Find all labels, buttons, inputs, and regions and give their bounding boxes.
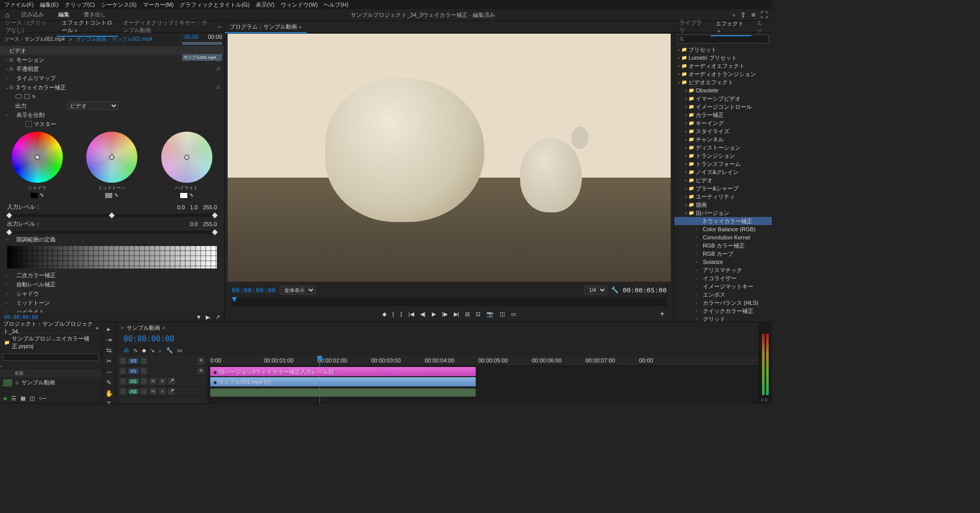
caption-icon[interactable]: ▭ (177, 347, 182, 354)
output-black[interactable]: 0.0 (190, 221, 198, 227)
fx-folder-item[interactable]: >📁カラー補正 (674, 111, 772, 119)
tab-library[interactable]: ライブラリ (674, 17, 710, 36)
fx-preset-item[interactable]: ▫Color Balance (RGB) (674, 225, 772, 233)
new-bin-icon[interactable]: ◆ (3, 395, 7, 402)
fx-master-checkbox[interactable]: ✓マスター (0, 119, 224, 129)
fx-preset-item[interactable]: ▫クイックカラー補正 (674, 307, 772, 315)
fx-opacity[interactable]: ›fx不透明度↺ (0, 64, 224, 74)
snap-icon[interactable]: ⁂ (124, 347, 129, 354)
fx-folder-item[interactable]: >📁Obsolete (674, 86, 772, 94)
marker-icon[interactable]: ◆ (382, 311, 386, 317)
play-only-icon[interactable]: ▶. (206, 314, 211, 321)
fx-timeremap[interactable]: ›タイムリマップ (0, 74, 224, 83)
fx-folder-item[interactable]: >📁イメージコントロール (674, 103, 772, 111)
insert-icon[interactable]: ↘ (150, 347, 155, 354)
fx-preset-item[interactable]: ▫3 ウェイカラー補正 (674, 217, 772, 225)
settings-icon[interactable]: 🔧 (611, 286, 619, 294)
timeline-content[interactable]: 0:0000:00:01:0000:00:02:0000:00:03:0000:… (208, 356, 758, 403)
program-timecode[interactable]: 00:00:00:00 (232, 286, 276, 294)
fx-folder-item[interactable]: >📁ビデオ (674, 176, 772, 184)
input-white[interactable]: 255.0 (203, 204, 217, 210)
fx-folder-item[interactable]: >📁イマーシブビデオ (674, 94, 772, 103)
wrench-icon[interactable]: 🔧 (166, 347, 173, 354)
fx-preset-item[interactable]: ▫カラーバランス (HLS) (674, 299, 772, 307)
fx-folder-item[interactable]: >📁キーイング (674, 119, 772, 127)
fx-folder-item[interactable]: >📁トランスフォーム (674, 160, 772, 168)
fx-folder-item[interactable]: >📁プリセット (674, 45, 772, 54)
slip-tool-icon[interactable]: ↔ (106, 368, 112, 376)
timeline-video-clip[interactable]: ◆ サンプル001.mp4 [V] (210, 377, 476, 386)
resolution-select[interactable]: 1/4 (584, 286, 607, 295)
play-icon[interactable]: ▶ (432, 311, 436, 317)
input-level-slider[interactable] (7, 214, 217, 217)
track-v2-header[interactable]: ⬚V2⬚👁 (116, 356, 208, 366)
track-a1-header[interactable]: ⬚A1⬚MS🎤 (116, 376, 208, 386)
fx-three-way-color[interactable]: ⌄fx3 ウェイカラー補正↺ (0, 83, 224, 92)
midtone-wheel[interactable] (86, 132, 137, 183)
fx-preset-item[interactable]: ▫イコライザー (674, 274, 772, 282)
tone-range-gradient[interactable] (7, 246, 217, 268)
input-black[interactable]: 0.0 (177, 204, 185, 210)
tab-program[interactable]: プログラム：サンプル動画≡ (225, 21, 307, 33)
program-monitor[interactable] (228, 34, 671, 282)
fx-output[interactable]: 出力ビデオ (0, 101, 224, 110)
list-view-icon[interactable]: ☰ (11, 395, 16, 402)
output-white[interactable]: 255.0 (203, 221, 217, 227)
tab-sequence[interactable]: サンプル動画 (127, 324, 160, 332)
tab-effects[interactable]: エフェクト≡ (710, 18, 751, 36)
fx-folder-item[interactable]: >📁ディストーション (674, 143, 772, 152)
mark-in-icon[interactable]: { (393, 311, 395, 317)
mark-out-icon[interactable]: } (400, 311, 402, 317)
timeline-timecode[interactable]: 00:00:00:00 (116, 334, 181, 344)
shadow-wheel[interactable] (12, 132, 63, 183)
fx-folder-item[interactable]: >📁ノイズ&グレイン (674, 168, 772, 176)
linked-selection-icon[interactable]: ∿ (133, 347, 138, 354)
fx-folder-item[interactable]: >📁オーディオトランジション (674, 70, 772, 78)
menu-view[interactable]: 表示(V) (256, 1, 275, 8)
go-to-in-icon[interactable]: |◀ (408, 311, 414, 317)
overwrite-icon[interactable]: ↓ (159, 347, 162, 353)
project-bin-item[interactable]: ≡サンプル動画 (0, 377, 102, 388)
fx-tone-range[interactable]: ›階調範囲の定義 (0, 235, 224, 244)
fx-mask-row[interactable]: ✎ (0, 92, 224, 101)
fx-preset-item[interactable]: ▫Solarize (674, 258, 772, 266)
fx-preset-item[interactable]: ▫グリッド (674, 315, 772, 322)
fx-folder-item[interactable]: >📁ブラー&シャープ (674, 184, 772, 192)
fx-secondary[interactable]: ›二次カラー補正 (0, 271, 224, 280)
fx-folder-item[interactable]: >📁描画 (674, 201, 772, 209)
export-frame-icon[interactable]: 📷 (486, 311, 494, 317)
effect-timecode[interactable]: 00:00:00:00 (4, 314, 38, 320)
fx-preset-item[interactable]: ▫アリスマチック (674, 266, 772, 274)
menu-help[interactable]: ヘルプ(H) (324, 1, 348, 8)
safe-margin-icon[interactable]: ▭ (511, 311, 516, 317)
panel-overflow-icon[interactable]: » (95, 325, 99, 331)
output-level-slider[interactable] (7, 231, 217, 234)
freeform-view-icon[interactable]: ◫ (30, 395, 35, 402)
project-name-column[interactable]: 名前 (0, 369, 102, 377)
zoom-slider-icon[interactable]: ○─ (39, 395, 46, 401)
fx-split-view[interactable]: ›表示を分割 (0, 110, 224, 119)
type-tool-icon[interactable]: T (107, 400, 111, 404)
track-v1-header[interactable]: ⬚V1⬚👁 (116, 366, 208, 376)
timeline-audio-clip[interactable] (210, 388, 476, 397)
input-gamma[interactable]: 1.0 (190, 204, 198, 210)
highlight-wheel[interactable] (161, 132, 212, 183)
project-search-input[interactable] (3, 353, 99, 361)
fx-preset-item[interactable]: ▫RGB カラー補正 (674, 241, 772, 250)
fx-highlight[interactable]: ›ハイライト (0, 307, 224, 312)
icon-view-icon[interactable]: ▦ (20, 395, 26, 402)
tab-project[interactable]: プロジェクト：サンプルプロジェクト_34. (3, 320, 95, 335)
lift-icon[interactable]: ⊟ (465, 311, 470, 317)
dock-icon[interactable]: ↗ (215, 314, 220, 321)
fx-preset-item[interactable]: ▫RGB カーブ (674, 250, 772, 258)
fx-folder-item[interactable]: >📁ユーティリティ (674, 192, 772, 201)
sequence-clip-link[interactable]: サンプル動画・サンプル001.mp4 (72, 34, 156, 44)
go-to-out-icon[interactable]: ▶| (454, 311, 459, 317)
timeline-ruler[interactable]: 0:0000:00:01:0000:00:02:0000:00:03:0000:… (208, 356, 758, 366)
button-editor-icon[interactable]: + (660, 309, 665, 319)
track-a2-header[interactable]: ⬚A2⬚MS🎤 (116, 386, 208, 397)
step-forward-icon[interactable]: |▶ (442, 311, 448, 317)
menu-marker[interactable]: マーカー(M) (143, 1, 174, 8)
menu-window[interactable]: ウィンドウ(W) (281, 1, 318, 8)
fx-midtone[interactable]: ›ミッドトーン (0, 298, 224, 307)
